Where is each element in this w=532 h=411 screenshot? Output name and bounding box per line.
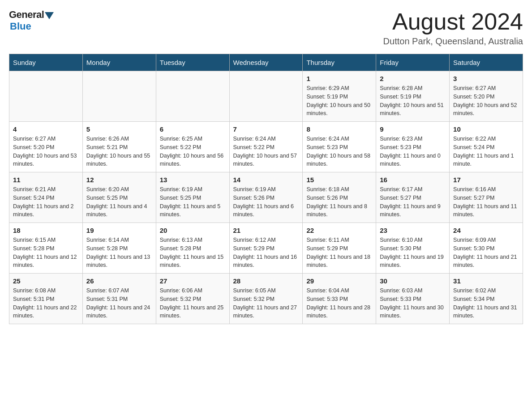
- day-number: 8: [306, 125, 372, 133]
- calendar-table: SundayMondayTuesdayWednesdayThursdayFrid…: [9, 54, 523, 324]
- day-cell: 14Sunrise: 6:19 AM Sunset: 5:26 PM Dayli…: [229, 172, 303, 223]
- weekday-header-saturday: Saturday: [450, 54, 523, 71]
- page-header: General Blue August 2024 Dutton Park, Qu…: [9, 9, 523, 47]
- day-cell: [156, 71, 229, 122]
- week-row-1: 1Sunrise: 6:29 AM Sunset: 5:19 PM Daylig…: [9, 71, 523, 122]
- day-number: 13: [160, 176, 226, 184]
- weekday-header-tuesday: Tuesday: [156, 54, 229, 71]
- day-cell: 12Sunrise: 6:20 AM Sunset: 5:25 PM Dayli…: [82, 172, 156, 223]
- day-number: 28: [233, 277, 299, 285]
- day-number: 6: [160, 125, 226, 133]
- day-number: 29: [306, 277, 372, 285]
- day-number: 24: [453, 227, 519, 234]
- day-info: Sunrise: 6:28 AM Sunset: 5:19 PM Dayligh…: [380, 84, 446, 118]
- day-number: 11: [13, 176, 79, 184]
- day-number: 10: [453, 125, 519, 133]
- location-text: Dutton Park, Queensland, Australia: [383, 36, 523, 47]
- day-info: Sunrise: 6:08 AM Sunset: 5:31 PM Dayligh…: [13, 287, 79, 320]
- day-number: 21: [233, 227, 299, 234]
- logo-triangle-icon: [45, 12, 54, 19]
- day-info: Sunrise: 6:10 AM Sunset: 5:30 PM Dayligh…: [380, 236, 446, 270]
- day-info: Sunrise: 6:02 AM Sunset: 5:34 PM Dayligh…: [453, 287, 519, 320]
- weekday-header-monday: Monday: [82, 54, 156, 71]
- weekday-header-row: SundayMondayTuesdayWednesdayThursdayFrid…: [9, 54, 523, 71]
- day-info: Sunrise: 6:07 AM Sunset: 5:31 PM Dayligh…: [86, 287, 152, 320]
- day-info: Sunrise: 6:26 AM Sunset: 5:21 PM Dayligh…: [86, 135, 152, 168]
- day-info: Sunrise: 6:24 AM Sunset: 5:22 PM Dayligh…: [233, 135, 299, 168]
- day-number: 18: [13, 227, 79, 234]
- week-row-3: 11Sunrise: 6:21 AM Sunset: 5:24 PM Dayli…: [9, 172, 523, 223]
- day-info: Sunrise: 6:21 AM Sunset: 5:24 PM Dayligh…: [13, 185, 79, 219]
- day-cell: 21Sunrise: 6:12 AM Sunset: 5:29 PM Dayli…: [229, 223, 303, 274]
- day-cell: 18Sunrise: 6:15 AM Sunset: 5:28 PM Dayli…: [9, 223, 83, 274]
- day-cell: 13Sunrise: 6:19 AM Sunset: 5:25 PM Dayli…: [156, 172, 229, 223]
- day-info: Sunrise: 6:27 AM Sunset: 5:20 PM Dayligh…: [13, 135, 79, 168]
- day-info: Sunrise: 6:14 AM Sunset: 5:28 PM Dayligh…: [86, 236, 152, 270]
- week-row-5: 25Sunrise: 6:08 AM Sunset: 5:31 PM Dayli…: [9, 274, 523, 324]
- day-number: 14: [233, 176, 299, 184]
- day-cell: 7Sunrise: 6:24 AM Sunset: 5:22 PM Daylig…: [229, 122, 303, 172]
- day-cell: 5Sunrise: 6:26 AM Sunset: 5:21 PM Daylig…: [82, 122, 156, 172]
- day-cell: 8Sunrise: 6:24 AM Sunset: 5:23 PM Daylig…: [303, 122, 376, 172]
- day-number: 22: [306, 227, 372, 234]
- day-number: 3: [453, 75, 519, 82]
- weekday-header-friday: Friday: [376, 54, 450, 71]
- day-cell: 4Sunrise: 6:27 AM Sunset: 5:20 PM Daylig…: [9, 122, 83, 172]
- day-info: Sunrise: 6:19 AM Sunset: 5:26 PM Dayligh…: [233, 185, 299, 219]
- day-cell: 31Sunrise: 6:02 AM Sunset: 5:34 PM Dayli…: [450, 274, 523, 324]
- day-number: 2: [380, 75, 446, 82]
- day-info: Sunrise: 6:16 AM Sunset: 5:27 PM Dayligh…: [453, 185, 519, 219]
- day-number: 20: [160, 227, 226, 234]
- day-number: 5: [86, 125, 152, 133]
- day-number: 16: [380, 176, 446, 184]
- day-info: Sunrise: 6:18 AM Sunset: 5:26 PM Dayligh…: [306, 185, 372, 219]
- day-cell: 24Sunrise: 6:09 AM Sunset: 5:30 PM Dayli…: [450, 223, 523, 274]
- day-info: Sunrise: 6:05 AM Sunset: 5:32 PM Dayligh…: [233, 287, 299, 320]
- week-row-2: 4Sunrise: 6:27 AM Sunset: 5:20 PM Daylig…: [9, 122, 523, 172]
- day-number: 31: [453, 277, 519, 285]
- day-cell: 20Sunrise: 6:13 AM Sunset: 5:28 PM Dayli…: [156, 223, 229, 274]
- day-info: Sunrise: 6:20 AM Sunset: 5:25 PM Dayligh…: [86, 185, 152, 219]
- day-number: 17: [453, 176, 519, 184]
- day-info: Sunrise: 6:11 AM Sunset: 5:29 PM Dayligh…: [306, 236, 372, 270]
- day-cell: 10Sunrise: 6:22 AM Sunset: 5:24 PM Dayli…: [450, 122, 523, 172]
- day-number: 25: [13, 277, 79, 285]
- day-number: 27: [160, 277, 226, 285]
- day-info: Sunrise: 6:09 AM Sunset: 5:30 PM Dayligh…: [453, 236, 519, 270]
- weekday-header-sunday: Sunday: [9, 54, 83, 71]
- day-number: 9: [380, 125, 446, 133]
- day-number: 1: [306, 75, 372, 82]
- day-cell: 9Sunrise: 6:23 AM Sunset: 5:23 PM Daylig…: [376, 122, 450, 172]
- weekday-header-wednesday: Wednesday: [229, 54, 303, 71]
- day-number: 30: [380, 277, 446, 285]
- day-info: Sunrise: 6:22 AM Sunset: 5:24 PM Dayligh…: [453, 135, 519, 168]
- day-cell: 25Sunrise: 6:08 AM Sunset: 5:31 PM Dayli…: [9, 274, 83, 324]
- day-info: Sunrise: 6:19 AM Sunset: 5:25 PM Dayligh…: [160, 185, 226, 219]
- day-cell: 1Sunrise: 6:29 AM Sunset: 5:19 PM Daylig…: [303, 71, 376, 122]
- day-number: 12: [86, 176, 152, 184]
- day-cell: 19Sunrise: 6:14 AM Sunset: 5:28 PM Dayli…: [82, 223, 156, 274]
- day-number: 23: [380, 227, 446, 234]
- day-number: 19: [86, 227, 152, 234]
- day-cell: 22Sunrise: 6:11 AM Sunset: 5:29 PM Dayli…: [303, 223, 376, 274]
- day-cell: 26Sunrise: 6:07 AM Sunset: 5:31 PM Dayli…: [82, 274, 156, 324]
- day-cell: [9, 71, 83, 122]
- day-number: 7: [233, 125, 299, 133]
- day-info: Sunrise: 6:03 AM Sunset: 5:33 PM Dayligh…: [380, 287, 446, 320]
- day-number: 4: [13, 125, 79, 133]
- day-cell: 23Sunrise: 6:10 AM Sunset: 5:30 PM Dayli…: [376, 223, 450, 274]
- day-cell: 17Sunrise: 6:16 AM Sunset: 5:27 PM Dayli…: [450, 172, 523, 223]
- title-section: August 2024 Dutton Park, Queensland, Aus…: [383, 9, 523, 47]
- day-cell: 28Sunrise: 6:05 AM Sunset: 5:32 PM Dayli…: [229, 274, 303, 324]
- day-number: 26: [86, 277, 152, 285]
- day-info: Sunrise: 6:15 AM Sunset: 5:28 PM Dayligh…: [13, 236, 79, 270]
- logo-blue-text: Blue: [10, 21, 31, 32]
- day-cell: 11Sunrise: 6:21 AM Sunset: 5:24 PM Dayli…: [9, 172, 83, 223]
- day-info: Sunrise: 6:13 AM Sunset: 5:28 PM Dayligh…: [160, 236, 226, 270]
- day-number: 15: [306, 176, 372, 184]
- logo: General Blue: [9, 9, 54, 32]
- day-info: Sunrise: 6:12 AM Sunset: 5:29 PM Dayligh…: [233, 236, 299, 270]
- weekday-header-thursday: Thursday: [303, 54, 376, 71]
- logo-general-text: General: [9, 9, 44, 21]
- day-cell: 15Sunrise: 6:18 AM Sunset: 5:26 PM Dayli…: [303, 172, 376, 223]
